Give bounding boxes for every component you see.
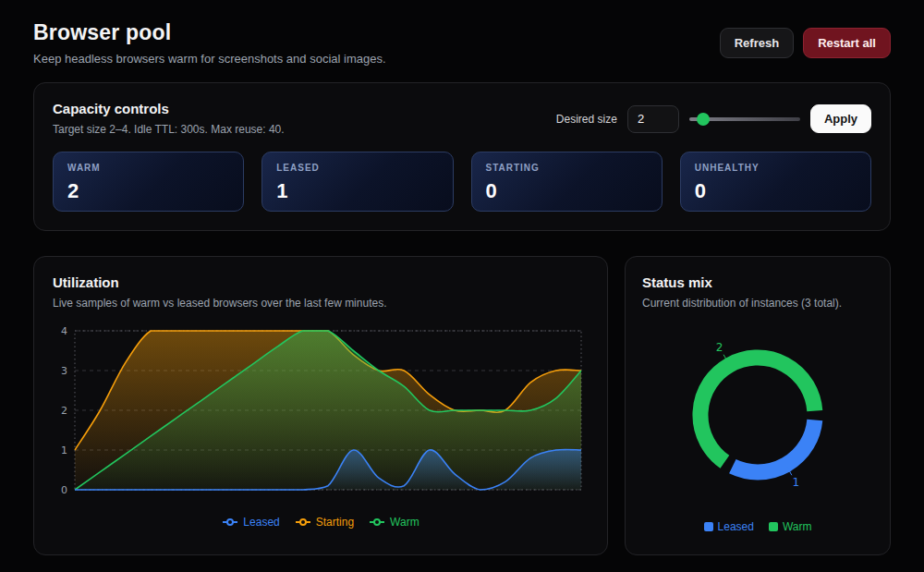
utilization-legend: Leased Starting Warm bbox=[53, 516, 589, 529]
page-title: Browser pool bbox=[33, 20, 386, 45]
refresh-button[interactable]: Refresh bbox=[720, 28, 794, 58]
svg-text:0: 0 bbox=[61, 484, 67, 496]
legend-label: Leased bbox=[718, 520, 754, 533]
page-header-text: Browser pool Keep headless browsers warm… bbox=[33, 20, 386, 66]
desired-size-input[interactable] bbox=[627, 105, 679, 133]
pool-stats-grid: WARM 2 LEASED 1 STARTING 0 UNHEALTHY 0 bbox=[53, 152, 871, 212]
legend-item-starting[interactable]: Starting bbox=[295, 516, 354, 529]
restart-all-button[interactable]: Restart all bbox=[803, 28, 891, 58]
line-series-icon bbox=[369, 517, 385, 527]
status-mix-donut-chart: 12 bbox=[642, 324, 873, 514]
stat-label: WARM bbox=[67, 163, 229, 173]
browser-pool-page: Browser pool Keep headless browsers warm… bbox=[0, 0, 924, 572]
capacity-controls-card: Capacity controls Target size 2–4. Idle … bbox=[33, 82, 891, 231]
capacity-head-text: Capacity controls Target size 2–4. Idle … bbox=[53, 101, 285, 136]
utilization-card: Utilization Live samples of warm vs leas… bbox=[33, 256, 608, 555]
header-actions: Refresh Restart all bbox=[720, 28, 891, 58]
capacity-controls: Desired size Apply bbox=[556, 104, 871, 133]
status-mix-title: Status mix bbox=[642, 274, 873, 290]
stat-card-unhealthy: UNHEALTHY 0 bbox=[680, 152, 871, 212]
apply-button[interactable]: Apply bbox=[810, 104, 871, 133]
legend-swatch bbox=[769, 522, 778, 531]
legend-label: Leased bbox=[243, 516, 279, 529]
legend-swatch bbox=[704, 522, 713, 531]
utilization-chart-wrap: 01234 bbox=[53, 322, 589, 510]
legend-item-warm[interactable]: Warm bbox=[769, 520, 812, 533]
stat-value: 0 bbox=[486, 179, 648, 203]
capacity-subtitle: Target size 2–4. Idle TTL: 300s. Max reu… bbox=[53, 123, 285, 136]
legend-item-leased[interactable]: Leased bbox=[704, 520, 754, 533]
page-subtitle: Keep headless browsers warm for screensh… bbox=[33, 52, 386, 66]
status-mix-subtitle: Current distribution of instances (3 tot… bbox=[642, 297, 873, 310]
stat-label: STARTING bbox=[486, 163, 648, 173]
capacity-title: Capacity controls bbox=[53, 101, 285, 116]
utilization-subtitle: Live samples of warm vs leased browsers … bbox=[53, 297, 589, 310]
slider-thumb[interactable] bbox=[697, 113, 710, 126]
stat-card-warm: WARM 2 bbox=[53, 152, 244, 212]
line-series-icon bbox=[222, 517, 238, 527]
stat-value: 2 bbox=[67, 179, 229, 203]
svg-text:4: 4 bbox=[61, 325, 67, 337]
svg-text:2: 2 bbox=[716, 341, 723, 354]
page-header: Browser pool Keep headless browsers warm… bbox=[33, 20, 891, 66]
status-mix-chart-wrap: 12 bbox=[642, 324, 873, 514]
stat-value: 1 bbox=[276, 179, 438, 203]
desired-size-label: Desired size bbox=[556, 113, 617, 126]
stat-card-leased: LEASED 1 bbox=[261, 152, 453, 212]
svg-text:3: 3 bbox=[61, 365, 67, 377]
stat-card-starting: STARTING 0 bbox=[471, 152, 663, 212]
svg-text:2: 2 bbox=[61, 405, 67, 417]
status-mix-card: Status mix Current distribution of insta… bbox=[625, 256, 891, 555]
stat-value: 0 bbox=[695, 179, 857, 203]
line-series-icon bbox=[295, 517, 311, 527]
legend-label: Starting bbox=[316, 516, 354, 529]
legend-item-leased[interactable]: Leased bbox=[222, 516, 279, 529]
status-mix-legend: Leased Warm bbox=[642, 520, 873, 537]
desired-size-slider[interactable] bbox=[689, 113, 800, 126]
stat-label: UNHEALTHY bbox=[695, 163, 857, 173]
legend-label: Warm bbox=[783, 520, 812, 533]
stat-label: LEASED bbox=[276, 163, 438, 173]
legend-item-warm[interactable]: Warm bbox=[369, 516, 419, 529]
utilization-area-chart: 01234 bbox=[53, 322, 589, 506]
legend-label: Warm bbox=[390, 516, 419, 529]
svg-text:1: 1 bbox=[793, 476, 800, 489]
utilization-title: Utilization bbox=[53, 274, 589, 290]
svg-text:1: 1 bbox=[61, 444, 67, 456]
